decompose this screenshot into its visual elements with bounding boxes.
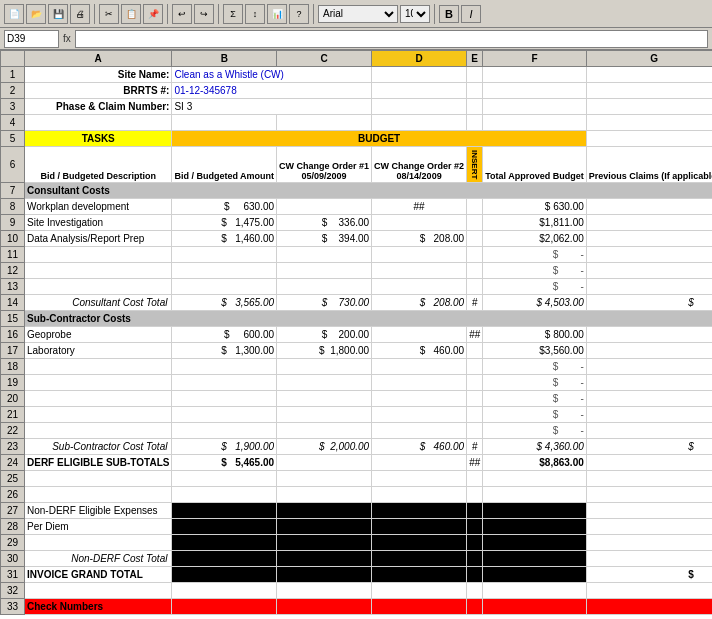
cell-b24[interactable]: $ 5,465.00 bbox=[172, 455, 277, 471]
cell-d2[interactable] bbox=[372, 83, 467, 99]
cell-d19[interactable] bbox=[372, 375, 467, 391]
cell-c29[interactable] bbox=[277, 535, 372, 551]
cell-a6[interactable]: Bid / Budgeted Description bbox=[25, 147, 172, 183]
cell-f2[interactable] bbox=[483, 83, 587, 99]
cell-a32[interactable] bbox=[25, 583, 172, 599]
cell-a21[interactable] bbox=[25, 407, 172, 423]
cell-d18[interactable] bbox=[372, 359, 467, 375]
cell-f21[interactable]: $ - bbox=[483, 407, 587, 423]
cell-f19[interactable]: $ - bbox=[483, 375, 587, 391]
cell-d29[interactable] bbox=[372, 535, 467, 551]
cell-c22[interactable] bbox=[277, 423, 372, 439]
cell-f9[interactable]: $1,811.00 bbox=[483, 215, 587, 231]
cell-d6[interactable]: CW Change Order #208/14/2009 bbox=[372, 147, 467, 183]
cell-e4[interactable] bbox=[467, 115, 483, 131]
cell-f30[interactable] bbox=[483, 551, 587, 567]
cell-g16[interactable] bbox=[586, 327, 712, 343]
cell-b25[interactable] bbox=[172, 471, 277, 487]
cell-e12[interactable] bbox=[467, 263, 483, 279]
cell-a19[interactable] bbox=[25, 375, 172, 391]
cell-a20[interactable] bbox=[25, 391, 172, 407]
cell-e25[interactable] bbox=[467, 471, 483, 487]
cell-c33[interactable] bbox=[277, 599, 372, 615]
cell-c24[interactable] bbox=[277, 455, 372, 471]
cell-e30[interactable] bbox=[467, 551, 483, 567]
cell-b11[interactable] bbox=[172, 247, 277, 263]
cell-b23[interactable]: $ 1,900.00 bbox=[172, 439, 277, 455]
open-button[interactable]: 📂 bbox=[26, 4, 46, 24]
cell-f18[interactable]: $ - bbox=[483, 359, 587, 375]
cell-d10[interactable]: $ 208.00 bbox=[372, 231, 467, 247]
cell-c10[interactable]: $ 394.00 bbox=[277, 231, 372, 247]
cell-c27[interactable] bbox=[277, 503, 372, 519]
cell-e23[interactable]: # bbox=[467, 439, 483, 455]
cell-f1[interactable] bbox=[483, 67, 587, 83]
cell-f31[interactable] bbox=[483, 567, 587, 583]
cell-a9[interactable]: Site Investigation bbox=[25, 215, 172, 231]
cell-e33[interactable] bbox=[467, 599, 483, 615]
cell-f27[interactable] bbox=[483, 503, 587, 519]
cell-e6[interactable]: INSERT bbox=[467, 147, 483, 183]
cell-e13[interactable] bbox=[467, 279, 483, 295]
cut-button[interactable]: ✂ bbox=[99, 4, 119, 24]
cell-d8[interactable]: ## bbox=[372, 199, 467, 215]
cell-b29[interactable] bbox=[172, 535, 277, 551]
cell-b2[interactable]: 01-12-345678 bbox=[172, 83, 372, 99]
cell-b16[interactable]: $ 600.00 bbox=[172, 327, 277, 343]
cell-g11[interactable] bbox=[586, 247, 712, 263]
cell-f22[interactable]: $ - bbox=[483, 423, 587, 439]
cell-b28[interactable] bbox=[172, 519, 277, 535]
cell-d4[interactable] bbox=[372, 115, 467, 131]
cell-c17[interactable]: $ 1,800.00 bbox=[277, 343, 372, 359]
cell-g22[interactable] bbox=[586, 423, 712, 439]
cell-d16[interactable] bbox=[372, 327, 467, 343]
cell-f25[interactable] bbox=[483, 471, 587, 487]
help-button[interactable]: ? bbox=[289, 4, 309, 24]
redo-button[interactable]: ↪ bbox=[194, 4, 214, 24]
col-f-header[interactable]: F bbox=[483, 51, 587, 67]
cell-d28[interactable] bbox=[372, 519, 467, 535]
cell-a3[interactable]: Phase & Claim Number: bbox=[25, 99, 172, 115]
cell-e31[interactable] bbox=[467, 567, 483, 583]
cell-a31[interactable]: INVOICE GRAND TOTAL bbox=[25, 567, 172, 583]
cell-f6[interactable]: Total Approved Budget bbox=[483, 147, 587, 183]
cell-c11[interactable] bbox=[277, 247, 372, 263]
cell-g18[interactable] bbox=[586, 359, 712, 375]
cell-a7[interactable]: Consultant Costs bbox=[25, 183, 713, 199]
cell-g26[interactable] bbox=[586, 487, 712, 503]
cell-a26[interactable] bbox=[25, 487, 172, 503]
cell-d30[interactable] bbox=[372, 551, 467, 567]
cell-a24[interactable]: DERF ELIGIBLE SUB-TOTALS bbox=[25, 455, 172, 471]
font-selector[interactable]: Arial bbox=[318, 5, 398, 23]
cell-g3[interactable] bbox=[586, 99, 712, 115]
cell-b22[interactable] bbox=[172, 423, 277, 439]
col-d-header[interactable]: D bbox=[372, 51, 467, 67]
cell-c30[interactable] bbox=[277, 551, 372, 567]
cell-b17[interactable]: $ 1,300.00 bbox=[172, 343, 277, 359]
cell-g8[interactable] bbox=[586, 199, 712, 215]
cell-f4[interactable] bbox=[483, 115, 587, 131]
col-c-header[interactable]: C bbox=[277, 51, 372, 67]
cell-a29[interactable] bbox=[25, 535, 172, 551]
cell-b26[interactable] bbox=[172, 487, 277, 503]
cell-b14[interactable]: $ 3,565.00 bbox=[172, 295, 277, 311]
cell-f29[interactable] bbox=[483, 535, 587, 551]
save-button[interactable]: 💾 bbox=[48, 4, 68, 24]
cell-d20[interactable] bbox=[372, 391, 467, 407]
cell-e32[interactable] bbox=[467, 583, 483, 599]
cell-f23[interactable]: $ 4,360.00 bbox=[483, 439, 587, 455]
cell-b1[interactable]: Clean as a Whistle (CW) bbox=[172, 67, 372, 83]
cell-g30[interactable]: $ bbox=[586, 551, 712, 567]
paste-button[interactable]: 📌 bbox=[143, 4, 163, 24]
cell-f3[interactable] bbox=[483, 99, 587, 115]
cell-g10[interactable] bbox=[586, 231, 712, 247]
cell-e24[interactable]: ## bbox=[467, 455, 483, 471]
sort-button[interactable]: ↕ bbox=[245, 4, 265, 24]
cell-g13[interactable] bbox=[586, 279, 712, 295]
cell-reference-input[interactable] bbox=[4, 30, 59, 48]
cell-e20[interactable] bbox=[467, 391, 483, 407]
cell-d25[interactable] bbox=[372, 471, 467, 487]
cell-a25[interactable] bbox=[25, 471, 172, 487]
cell-f12[interactable]: $ - bbox=[483, 263, 587, 279]
cell-b12[interactable] bbox=[172, 263, 277, 279]
